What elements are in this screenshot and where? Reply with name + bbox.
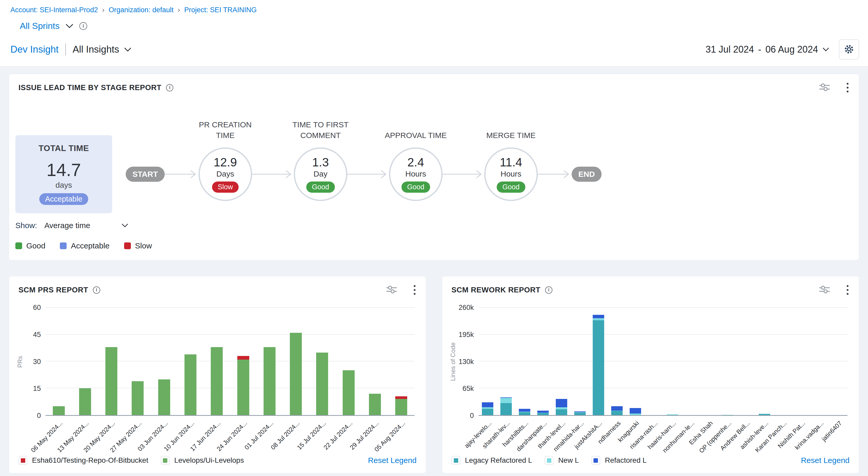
bar[interactable] <box>796 308 807 415</box>
bar[interactable] <box>685 308 696 415</box>
legend-item[interactable]: Esha610/Testing-Repo-Of-Bitbucket <box>19 456 148 465</box>
bar-segment[interactable] <box>593 320 604 415</box>
bar-segment[interactable] <box>53 406 65 415</box>
bar-segment[interactable] <box>722 415 733 415</box>
bar[interactable] <box>395 308 407 415</box>
bar-segment[interactable] <box>611 411 623 415</box>
legend-item[interactable]: Slow <box>124 241 152 250</box>
bar-segment[interactable] <box>556 409 567 415</box>
reset-legend-link[interactable]: Reset Legend <box>368 456 416 465</box>
bar-segment[interactable] <box>369 394 381 415</box>
breadcrumb-project-link[interactable]: Project: SEI TRAINING <box>184 6 257 14</box>
bar[interactable] <box>369 308 381 415</box>
bar[interactable] <box>593 308 604 415</box>
bar[interactable] <box>666 308 678 415</box>
bar[interactable] <box>574 308 586 415</box>
bar[interactable] <box>814 308 826 415</box>
bar[interactable] <box>79 308 91 415</box>
info-icon[interactable]: i <box>166 84 173 91</box>
bar-segment[interactable] <box>519 409 530 412</box>
insights-dropdown[interactable]: All Insights <box>72 44 132 55</box>
bar-segment[interactable] <box>537 413 549 415</box>
bar-segment[interactable] <box>537 411 549 413</box>
bar-segment[interactable] <box>105 347 117 415</box>
widget-filter-icon[interactable] <box>385 285 398 295</box>
bar-segment[interactable] <box>158 379 170 415</box>
bar[interactable] <box>105 308 117 415</box>
bar-segment[interactable] <box>290 333 302 415</box>
bar-segment[interactable] <box>666 414 678 415</box>
bar-segment[interactable] <box>500 398 512 403</box>
bar-segment[interactable] <box>593 315 604 318</box>
bar[interactable] <box>500 308 512 415</box>
bar[interactable] <box>722 308 733 415</box>
bar[interactable] <box>648 308 659 415</box>
bar-segment[interactable] <box>630 414 641 415</box>
bar[interactable] <box>132 308 144 415</box>
info-icon[interactable]: i <box>545 287 552 294</box>
bar[interactable] <box>537 308 549 415</box>
kebab-menu-icon[interactable] <box>413 284 416 296</box>
bar-segment[interactable] <box>611 406 623 411</box>
kebab-menu-icon[interactable] <box>846 82 849 93</box>
widget-filter-icon[interactable] <box>818 285 831 295</box>
bar[interactable] <box>184 308 196 415</box>
settings-button[interactable] <box>839 39 859 60</box>
bar-segment[interactable] <box>343 370 354 415</box>
legend-item[interactable]: Levelops/Ui-Levelops <box>161 456 244 465</box>
bar-segment[interactable] <box>759 414 770 415</box>
bar-segment[interactable] <box>237 360 249 415</box>
bar[interactable] <box>290 308 302 415</box>
bar-segment[interactable] <box>482 409 493 415</box>
bar-segment[interactable] <box>500 403 512 415</box>
legend-item[interactable]: Refactored L <box>591 456 647 465</box>
legend-item[interactable]: Legacy Refactored L <box>452 456 532 465</box>
bar[interactable] <box>630 308 641 415</box>
bar[interactable] <box>833 308 844 415</box>
bar-segment[interactable] <box>574 413 586 415</box>
bar[interactable] <box>556 308 567 415</box>
chevron-down-icon[interactable] <box>65 24 74 29</box>
bar-segment[interactable] <box>264 347 276 415</box>
date-range-selector[interactable]: 31 Jul 2024 - 06 Aug 2024 <box>706 44 830 55</box>
bar-segment[interactable] <box>395 396 407 399</box>
bar[interactable] <box>343 308 354 415</box>
insight-name-link[interactable]: Dev Insight <box>10 44 59 55</box>
bar-segment[interactable] <box>237 356 249 360</box>
bar[interactable] <box>759 308 770 415</box>
info-icon[interactable]: i <box>93 287 100 294</box>
kebab-menu-icon[interactable] <box>846 284 849 296</box>
bar[interactable] <box>519 308 530 415</box>
legend-item[interactable]: New L <box>545 456 579 465</box>
legend-item[interactable]: Acceptable <box>60 241 109 250</box>
bar-segment[interactable] <box>316 353 328 415</box>
bar[interactable] <box>316 308 328 415</box>
bar-segment[interactable] <box>211 347 223 415</box>
bar-segment[interactable] <box>593 318 604 320</box>
bar[interactable] <box>482 308 493 415</box>
sprint-selector[interactable]: All Sprints <box>20 21 60 31</box>
info-icon[interactable]: i <box>80 22 87 30</box>
breadcrumb-account-link[interactable]: Account: SEI-Internal-Prod2 <box>10 6 98 14</box>
bar-segment[interactable] <box>482 402 493 407</box>
bar[interactable] <box>611 308 623 415</box>
bar[interactable] <box>703 308 715 415</box>
bar-segment[interactable] <box>132 381 144 415</box>
widget-filter-icon[interactable] <box>818 83 831 93</box>
bar-segment[interactable] <box>630 408 641 414</box>
show-dropdown[interactable]: Average time <box>44 221 128 230</box>
breadcrumb-organization-link[interactable]: Organization: default <box>109 6 174 14</box>
bar-segment[interactable] <box>519 412 530 415</box>
bar[interactable] <box>777 308 788 415</box>
bar[interactable] <box>53 308 65 415</box>
bar[interactable] <box>740 308 752 415</box>
legend-item[interactable]: Good <box>16 241 45 250</box>
bar-segment[interactable] <box>395 399 407 415</box>
bar[interactable] <box>237 308 249 415</box>
bar-segment[interactable] <box>556 399 567 407</box>
reset-legend-link[interactable]: Reset Legend <box>801 456 849 465</box>
bar[interactable] <box>211 308 223 415</box>
bar[interactable] <box>158 308 170 415</box>
bar-segment[interactable] <box>79 388 91 415</box>
bar-segment[interactable] <box>556 407 567 409</box>
